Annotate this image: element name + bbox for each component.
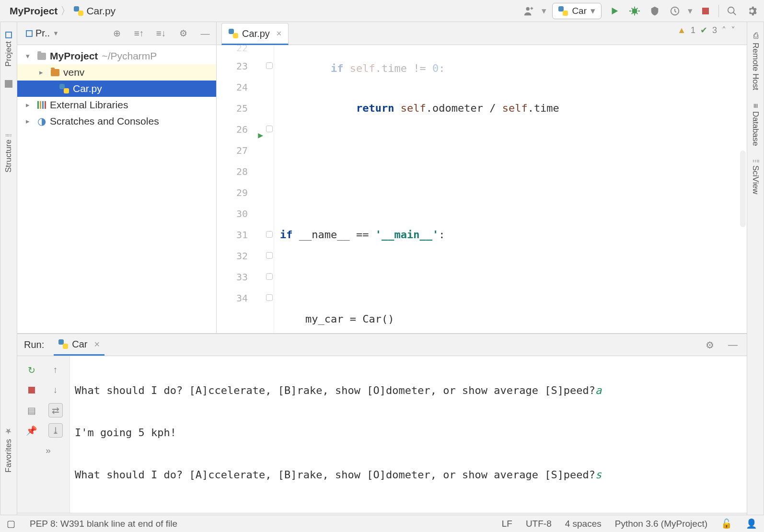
search-button[interactable] (725, 4, 739, 18)
tree-venv[interactable]: ▸ venv (17, 64, 216, 81)
editor-scrollbar[interactable] (740, 150, 746, 227)
folder-icon (37, 53, 46, 60)
hide-panel-icon[interactable]: — (198, 26, 212, 41)
tree-scratch[interactable]: ▸ ◑ Scratches and Consoles (17, 113, 216, 129)
prev-annotation-icon[interactable]: ˄ (722, 25, 726, 35)
project-header-tools: ⊕ ≡↑ ≡↓ ⚙ — (110, 26, 212, 41)
left-tool-strip: Project Structure ⦙⦙ Favorites ★ (0, 22, 17, 515)
close-run-tab-icon[interactable]: × (94, 339, 100, 350)
editor: Car.py × ▲ 1 ✔ 3 ˄ ˅ 22 23 24 25 26▶ (217, 22, 747, 333)
down-icon[interactable]: ↓ (48, 383, 63, 397)
strip-remote[interactable]: ⎙Remote Host (751, 32, 760, 90)
scroll-end-icon[interactable]: ⤓ (48, 423, 63, 438)
tree-root[interactable]: ▾ MyProject ~/PycharmP (17, 48, 216, 64)
next-annotation-icon[interactable]: ˅ (731, 25, 735, 35)
project-header: Pr.. ▼ ⊕ ≡↑ ≡↓ ⚙ — (17, 22, 216, 45)
coverage-button[interactable] (648, 4, 662, 18)
rerun-icon[interactable]: ↻ (24, 363, 39, 377)
check-count: 3 (712, 25, 717, 35)
project-header-label[interactable]: Pr.. ▼ (26, 28, 59, 39)
tree-scratch-label: Scratches and Consoles (50, 116, 159, 127)
run-settings-icon[interactable]: ⚙ (703, 338, 717, 352)
tree-file-label: Car.py (73, 83, 102, 94)
editor-tabbar: Car.py × (217, 22, 747, 45)
code-area[interactable]: 22 23 24 25 26▶ 27 28 29 30 31 32 33 34 … (217, 45, 747, 333)
tree-root-path: ~/PycharmP (102, 50, 157, 62)
warning-icon: ▲ (677, 25, 686, 35)
status-indicator-icon[interactable]: ▢ (7, 518, 15, 529)
run-gutter: ↻ ↑ ↓ ▤ ⇄ 📌 ⤓ » (17, 356, 70, 513)
run-config-label: Car (572, 6, 587, 16)
pin-icon[interactable]: 📌 (24, 423, 39, 438)
add-user-button[interactable] (521, 4, 536, 18)
debug-button[interactable] (627, 4, 642, 18)
locate-icon[interactable]: ⊕ (110, 26, 124, 41)
editor-tab-car[interactable]: Car.py × (221, 23, 289, 45)
run-tab-label: Car (72, 339, 87, 350)
strip-favorites[interactable]: Favorites ★ (4, 427, 13, 473)
library-icon (37, 101, 46, 109)
breadcrumb-file[interactable]: Car.py (86, 5, 116, 17)
chevron-right-icon[interactable]: ▸ (26, 117, 34, 126)
python-file-icon (59, 84, 69, 93)
inspector-icon[interactable]: 👤 (746, 518, 757, 529)
soft-wrap-icon[interactable]: ⇄ (48, 403, 63, 417)
settings-button[interactable] (745, 4, 759, 18)
tree-extlib-label: External Libraries (50, 99, 128, 111)
run-button[interactable] (607, 4, 622, 18)
right-tool-strip: ⎙Remote Host ≡Database ⦙⦙SciView (747, 22, 764, 515)
tree-extlib[interactable]: ▸ External Libraries (17, 97, 216, 113)
close-tab-icon[interactable]: × (277, 29, 282, 39)
collapse-all-icon[interactable]: ≡↓ (154, 26, 168, 41)
status-indent[interactable]: 4 spaces (565, 519, 602, 529)
check-icon: ✔ (700, 25, 707, 35)
tab-label: Car.py (242, 28, 270, 39)
run-gutter-icon[interactable]: ▶ (258, 125, 263, 146)
project-tree: ▾ MyProject ~/PycharmP ▸ venv Car.py ▸ (17, 45, 216, 132)
svg-point-3 (728, 7, 734, 13)
up-icon[interactable]: ↑ (48, 363, 63, 377)
strip-structure[interactable]: Structure ⦙⦙ (4, 134, 13, 173)
scratch-icon: ◑ (37, 116, 46, 127)
more-icon[interactable]: » (41, 443, 56, 458)
status-message: PEP 8: W391 blank line at end of file (30, 519, 177, 529)
strip-project[interactable]: Project (4, 32, 13, 67)
strip-database[interactable]: ≡Database (751, 104, 760, 146)
status-lf[interactable]: LF (502, 519, 512, 529)
console[interactable]: What should I do? [A]ccelerate, [B]rake,… (70, 356, 747, 513)
status-encoding[interactable]: UTF-8 (526, 519, 552, 529)
lock-icon[interactable]: 🔓 (721, 518, 732, 529)
expand-all-icon[interactable]: ≡↑ (132, 26, 146, 41)
run-tab[interactable]: Car × (54, 335, 104, 356)
status-bar: ▢ PEP 8: W391 blank line at end of file … (0, 515, 764, 532)
breadcrumb-project[interactable]: MyProject (10, 5, 58, 17)
stop-button[interactable] (698, 4, 713, 18)
gutter[interactable]: 22 23 24 25 26▶ 27 28 29 30 31 32 33 34 (217, 45, 274, 333)
chevron-down-icon[interactable]: ▾ (26, 52, 34, 60)
run-config-select[interactable]: Car ▾ (552, 3, 602, 19)
main-area: Pr.. ▼ ⊕ ≡↑ ≡↓ ⚙ — ▾ MyProject ~/Pycharm… (17, 22, 747, 532)
profile-button[interactable] (668, 4, 682, 18)
layout-icon[interactable]: ▤ (24, 403, 39, 417)
folder-icon (51, 69, 59, 76)
strip-project-indicator (5, 80, 12, 88)
svg-point-0 (526, 7, 530, 10)
breadcrumb[interactable]: MyProject 〉 Car.py (10, 4, 116, 18)
run-header: Run: Car × ⚙ — (17, 334, 747, 356)
run-label: Run: (24, 339, 44, 350)
code[interactable]: if self.time != 0: return self.odometer … (274, 45, 747, 333)
hide-run-icon[interactable]: — (726, 338, 740, 352)
chevron-right-icon[interactable]: ▸ (39, 68, 47, 77)
tree-root-name: MyProject (50, 50, 98, 62)
stop-run-icon[interactable] (24, 383, 39, 397)
python-file-icon (229, 29, 238, 38)
tree-file-car[interactable]: Car.py (17, 81, 216, 97)
status-sdk[interactable]: Python 3.6 (MyProject) (615, 519, 707, 529)
editor-annotations[interactable]: ▲ 1 ✔ 3 ˄ ˅ (677, 25, 735, 35)
project-panel: Pr.. ▼ ⊕ ≡↑ ≡↓ ⚙ — ▾ MyProject ~/Pycharm… (17, 22, 217, 333)
chevron-right-icon[interactable]: ▸ (26, 101, 34, 109)
strip-sciview[interactable]: ⦙⦙SciView (751, 160, 760, 194)
tool-settings-icon[interactable]: ⚙ (176, 26, 190, 41)
tree-venv-label: venv (63, 67, 84, 78)
warning-count: 1 (691, 25, 695, 35)
